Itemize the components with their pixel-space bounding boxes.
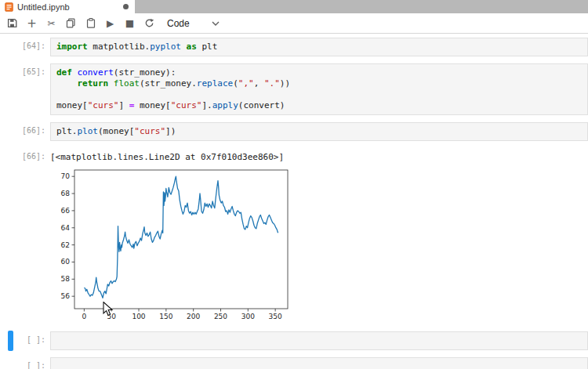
matplotlib-line-chart: 0501001502002503003505658606264666870	[59, 164, 294, 328]
cell-type-label: Code	[167, 18, 190, 29]
restart-kernel-button[interactable]	[140, 15, 159, 32]
floppy-icon	[7, 18, 17, 28]
empty-code-cell: [ ]:	[0, 331, 588, 350]
code-line: return float(str_money.replace(",", ".")…	[56, 78, 587, 89]
svg-text:350: 350	[269, 313, 282, 320]
input-prompt: [ ]:	[0, 357, 50, 369]
svg-text:56: 56	[61, 292, 71, 300]
code-editor[interactable]	[50, 331, 588, 350]
chevron-down-icon	[212, 21, 220, 26]
input-prompt: [65]:	[0, 63, 50, 76]
code-cell: [66]:plt.plot(money["curs"])	[0, 122, 588, 141]
svg-text:60: 60	[61, 258, 71, 266]
code-line: import matplotlib.pyplot as plt	[56, 42, 587, 52]
add-cell-button[interactable]: +	[22, 15, 42, 32]
cell-type-dropdown[interactable]: Code	[167, 18, 220, 29]
run-cell-button[interactable]: ▶	[100, 15, 120, 32]
svg-text:300: 300	[241, 313, 255, 320]
code-editor[interactable]: import matplotlib.pyplot as plt	[50, 38, 588, 56]
output-text: [<matplotlib.lines.Line2D at 0x7f010d3ee…	[50, 148, 588, 162]
svg-text:70: 70	[61, 172, 71, 180]
code-line: def convert(str_money):	[56, 67, 587, 78]
restart-icon	[144, 18, 154, 28]
svg-text:200: 200	[187, 313, 200, 320]
output-prompt: [66]:	[0, 148, 50, 161]
svg-text:62: 62	[61, 241, 70, 249]
svg-text:64: 64	[61, 224, 71, 232]
svg-text:250: 250	[214, 313, 227, 320]
code-cell: [65]:def convert(str_money): return floa…	[0, 63, 588, 115]
notebook-panel: [64]:import matplotlib.pyplot as plt[65]…	[0, 34, 588, 369]
code-line: plt.plot(money["curs"])	[56, 126, 587, 137]
input-prompt: [66]:	[0, 122, 50, 135]
tab-title: Untitled.ipynb	[17, 2, 119, 12]
svg-text:68: 68	[61, 190, 71, 197]
output-area: [66]:[<matplotlib.lines.Line2D at 0x7f01…	[0, 148, 588, 162]
copy-icon	[66, 18, 76, 28]
code-line	[56, 89, 587, 100]
cut-cells-button[interactable]: ✂	[42, 15, 61, 32]
svg-text:0: 0	[82, 313, 86, 320]
svg-text:100: 100	[132, 313, 145, 320]
active-cell-indicator	[8, 331, 13, 351]
notebook-toolbar: + ✂ ▶ ■ Code	[0, 13, 588, 34]
empty-code-cell: [ ]:	[0, 357, 588, 369]
svg-text:58: 58	[61, 275, 71, 283]
code-editor[interactable]: plt.plot(money["curs"])	[50, 122, 588, 141]
code-line	[56, 335, 587, 346]
tab-untitled-ipynb[interactable]: Untitled.ipynb	[0, 0, 135, 13]
input-prompt: [64]:	[0, 38, 50, 50]
svg-text:66: 66	[61, 207, 71, 215]
svg-text:50: 50	[107, 313, 116, 320]
code-editor[interactable]: def convert(str_money): return float(str…	[50, 63, 588, 115]
clipboard-icon	[86, 18, 96, 28]
paste-cells-button[interactable]	[81, 15, 100, 32]
save-button[interactable]	[2, 15, 22, 32]
stop-kernel-button[interactable]: ■	[120, 15, 140, 32]
code-line	[56, 361, 587, 369]
figure-output: 0501001502002503003505658606264666870	[55, 162, 588, 331]
copy-cells-button[interactable]	[61, 15, 81, 32]
svg-text:150: 150	[159, 313, 172, 320]
notebook-icon	[5, 2, 13, 12]
code-cell: [64]:import matplotlib.pyplot as plt	[0, 38, 588, 56]
unsaved-changes-dot-icon[interactable]	[123, 4, 129, 9]
code-line: money["curs"] = money["curs"].apply(conv…	[56, 100, 587, 111]
code-editor[interactable]	[50, 357, 588, 369]
tab-bar: Untitled.ipynb	[0, 0, 588, 13]
